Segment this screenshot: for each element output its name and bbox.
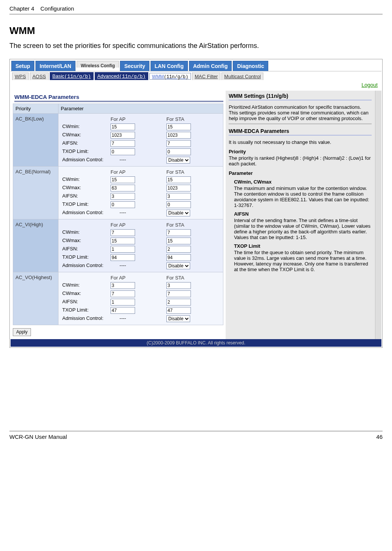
settings-panel: WMM-EDCA Parameters PriorityParameter AC… (11, 91, 226, 339)
param-label: Admission Control: (61, 156, 109, 164)
help-panel: WMM Settings (11n/g/b) Prioritized AirSt… (226, 91, 381, 339)
main-tab-admin-config[interactable]: Admin Config (189, 61, 232, 71)
section-heading: WMM (9, 25, 383, 37)
sub-tab-wmm[interactable]: WMM(11n/g/b) (149, 73, 191, 80)
param-label: AIFSN: (61, 245, 109, 253)
input-ap[interactable] (111, 238, 135, 244)
input-ap[interactable] (111, 132, 135, 139)
priority-name: AC_BE(Normal) (13, 167, 58, 219)
admission-ap-dash: ---- (111, 262, 135, 268)
param-label: CWmax: (61, 237, 109, 245)
param-label: AIFSN: (61, 139, 109, 148)
logout-link[interactable]: Logout (361, 82, 378, 88)
input-ap[interactable] (111, 148, 135, 155)
input-ap[interactable] (111, 176, 135, 183)
param-label: TXOP Limit: (61, 201, 109, 209)
param-label: TXOP Limit: (61, 148, 109, 156)
main-tab-security[interactable]: Security (120, 61, 149, 71)
main-tabs: SetupInternet/LANWireless ConfigSecurity… (11, 60, 381, 71)
input-sta[interactable] (166, 299, 191, 306)
input-sta[interactable] (166, 185, 191, 191)
input-ap[interactable] (111, 229, 135, 236)
admission-select[interactable]: Disable (166, 262, 190, 269)
help-cw-text: The maximum and minimum value for the co… (229, 185, 372, 208)
param-label: TXOP Limit: (61, 306, 109, 315)
sub-tab-aoss[interactable]: AOSS (30, 73, 49, 80)
input-ap[interactable] (111, 140, 135, 147)
param-label: TXOP Limit: (61, 253, 109, 262)
admission-select[interactable]: Disable (166, 315, 190, 322)
input-sta[interactable] (166, 148, 191, 155)
scroll-up-icon[interactable] (375, 91, 381, 96)
priority-name: AC_VO(Highest) (13, 272, 58, 325)
panel-title: WMM-EDCA Parameters (14, 94, 79, 100)
footer-page-number: 46 (376, 434, 383, 440)
input-ap[interactable] (111, 193, 135, 200)
help-priority-heading: Priority (229, 145, 372, 154)
input-ap[interactable] (111, 290, 135, 297)
scroll-down-icon[interactable] (375, 334, 381, 339)
input-sta[interactable] (166, 123, 191, 130)
main-tab-wireless-config[interactable]: Wireless Config (77, 61, 119, 68)
sub-tabs: WPSAOSSBasic(11n/g/b)Advanced(11n/g/b)WM… (11, 71, 381, 80)
sub-tab-wps[interactable]: WPS (12, 73, 29, 80)
sub-tab-multicast-control[interactable]: Multicast Control (221, 73, 263, 80)
input-ap[interactable] (111, 185, 135, 191)
help-txop-heading: TXOP Limit (229, 240, 372, 249)
page-footer: WCR-GN User Manual 46 (9, 431, 383, 444)
help-parameter-heading: Parameter (229, 167, 372, 176)
input-sta[interactable] (166, 307, 191, 314)
input-sta[interactable] (166, 246, 191, 253)
main-tab-lan-config[interactable]: LAN Config (151, 61, 188, 71)
main-tab-setup[interactable]: Setup (11, 61, 34, 71)
param-label: AIFSN: (61, 298, 109, 306)
priority-name: AC_VI(High) (13, 219, 58, 272)
apply-button[interactable]: Apply (13, 328, 31, 336)
input-ap[interactable] (111, 282, 135, 289)
admission-select[interactable]: Disable (166, 157, 190, 164)
footer-manual-title: WCR-GN User Manual (9, 434, 67, 440)
input-sta[interactable] (166, 254, 191, 261)
help-edca-desc: It is usually not necessary to change th… (229, 139, 372, 145)
sub-tab-basic[interactable]: Basic(11n/g/b) (50, 72, 94, 80)
chapter-title: Configuration (40, 5, 74, 12)
input-ap[interactable] (111, 307, 135, 314)
input-ap[interactable] (111, 299, 135, 306)
copyright-bar: (C)2000-2009 BUFFALO INC. All rights res… (11, 339, 381, 347)
sub-tab-advanced[interactable]: Advanced(11n/g/b) (95, 72, 148, 80)
input-sta[interactable] (166, 193, 191, 200)
admission-ap-dash: ---- (111, 210, 135, 215)
chapter-number: Chapter 4 (9, 5, 34, 12)
param-label: CWmax: (61, 184, 109, 192)
input-sta[interactable] (166, 238, 191, 244)
input-ap[interactable] (111, 246, 135, 253)
input-sta[interactable] (166, 132, 191, 139)
input-sta[interactable] (166, 201, 191, 208)
param-label: Admission Control: (61, 262, 109, 270)
input-sta[interactable] (166, 176, 191, 183)
input-sta[interactable] (166, 282, 191, 289)
input-sta[interactable] (166, 229, 191, 236)
input-ap[interactable] (111, 123, 135, 130)
section-intro: The screen to set the priorities for spe… (9, 42, 383, 50)
input-sta[interactable] (166, 290, 191, 297)
wmm-edca-table: PriorityParameter AC_BK(Low)For APFor ST… (13, 103, 223, 325)
input-ap[interactable] (111, 254, 135, 261)
input-sta[interactable] (166, 140, 191, 147)
main-tab-internet-lan[interactable]: Internet/LAN (35, 61, 75, 71)
priority-params: For APFor STACWmin:CWmax:AIFSN:TXOP Limi… (58, 272, 223, 325)
help-wmm-desc: Prioritized AirStation communication for… (229, 103, 372, 121)
param-label: Admission Control: (61, 209, 109, 217)
help-aifsn-heading: AIFSN (229, 208, 372, 217)
param-label: Admission Control: (61, 315, 109, 323)
sub-tab-mac-filter[interactable]: MAC Filter (192, 73, 220, 80)
main-tab-diagnostic[interactable]: Diagnostic (233, 61, 268, 71)
input-ap[interactable] (111, 201, 135, 208)
help-priority-text: The priority is ranked (Highest)8 : (Hig… (229, 154, 372, 167)
priority-params: For APFor STACWmin:CWmax:AIFSN:TXOP Limi… (58, 167, 223, 219)
param-label: CWmax: (61, 131, 109, 139)
help-cw-heading: CWmin, CWmax (229, 176, 372, 185)
help-txop-text: The time for the queue to obtain send pr… (229, 249, 372, 272)
help-aifsn-text: Interval of the sending frame. The unit … (229, 217, 372, 240)
admission-select[interactable]: Disable (166, 210, 190, 216)
